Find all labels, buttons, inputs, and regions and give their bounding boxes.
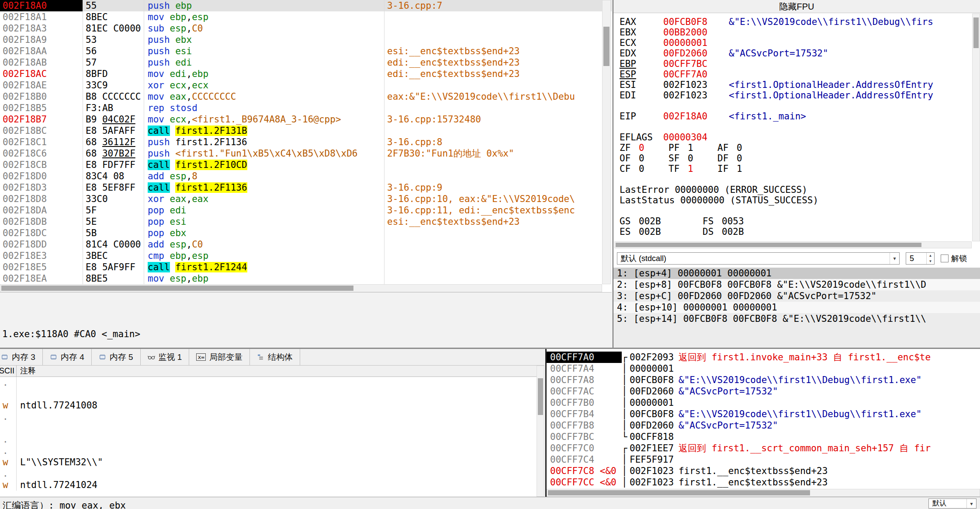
registers-horizontal-scrollbar[interactable]: [614, 241, 972, 248]
disasm-row[interactable]: 002F18AA56push esiesi:__enc$textbss$end+…: [0, 45, 612, 57]
segments-line[interactable]: ES002BDS002B: [620, 227, 970, 237]
argument-row[interactable]: 4: [esp+10] 00000001 00000001: [613, 302, 980, 313]
flag-item[interactable]: SF0: [668, 153, 717, 164]
scrollbar-thumb[interactable]: [1, 286, 353, 291]
tab-memory-4[interactable]: 内存 4: [43, 349, 92, 365]
disasm-vertical-scrollbar[interactable]: [602, 0, 611, 284]
scrollbar-thumb[interactable]: [538, 378, 543, 415]
register-line[interactable]: ECX00000001: [620, 38, 970, 48]
stack-row[interactable]: 00CFF7BC└00CFF818: [547, 431, 980, 443]
segments-line[interactable]: GS002BFS0053: [620, 216, 970, 227]
register-line[interactable]: EBX00BB2000: [620, 27, 970, 38]
stepper-down-icon[interactable]: ▼: [927, 258, 934, 264]
tab-memory-5[interactable]: 内存 5: [92, 349, 141, 365]
register-line[interactable]: EIP002F18A0<first1._main>: [620, 111, 970, 122]
register-line[interactable]: EDI002F1023<first1.OptionalHeader.Addres…: [620, 90, 970, 101]
chevron-down-icon[interactable]: ▾: [966, 499, 976, 508]
segment-item[interactable]: GS002B: [620, 216, 703, 227]
stepper-up-icon[interactable]: ▲: [927, 253, 934, 258]
register-line[interactable]: ESI002F1023<first1.OptionalHeader.Addres…: [620, 80, 970, 90]
stack-row[interactable]: 00CFF7A4│00000001: [547, 363, 980, 374]
disasm-row[interactable]: 002F18B0B8 CCCCCCCmov eax,CCCCCCCCeax:&"…: [0, 91, 612, 102]
dump-row[interactable]: wntdll.77241024: [0, 479, 544, 491]
flags-line[interactable]: CF0TF1IF1: [620, 164, 970, 174]
stack-row[interactable]: 00CFF7A0┌002F2093返回到 first1.invoke_main+…: [547, 352, 980, 363]
flags-line[interactable]: OF0SF0DF0: [620, 153, 970, 164]
argument-row[interactable]: 5: [esp+14] 00FCB0F8 00FCB0F8 &"E:\\VS20…: [613, 313, 980, 324]
register-line[interactable]: ESP00CFF7A0: [620, 69, 970, 80]
disasm-row[interactable]: 002F18E33BECcmp ebp,esp: [0, 250, 612, 261]
dump-row[interactable]: .: [0, 468, 544, 479]
tab-locals[interactable]: x=局部变量: [189, 349, 250, 365]
stack-row[interactable]: 00CFF7C0┌002F1EE7返回到 first1.__scrt_commo…: [547, 443, 980, 454]
dump-row[interactable]: wL"\\SYSTEM32\\": [0, 457, 544, 468]
disasm-row[interactable]: 002F18A055push ebp3-16.cpp:7: [0, 0, 612, 11]
dump-vertical-scrollbar[interactable]: [537, 366, 544, 497]
disasm-row[interactable]: 002F18CBE8 FDF7FFcall first1.2F10CD: [0, 159, 612, 171]
disasm-horizontal-scrollbar[interactable]: [0, 284, 602, 292]
flag-item[interactable]: IF1: [717, 164, 766, 174]
register-line[interactable]: EAX00FCB0F8&"E:\\VS2019code\\first1\\Deb…: [620, 17, 970, 27]
stack-row[interactable]: 00CFF7B4│00FCB0F8&"E:\\VS2019code\\first…: [547, 408, 980, 420]
disasm-row[interactable]: 002F18BCE8 5AFAFFcall first1.2F131B: [0, 125, 612, 136]
disasm-row[interactable]: 002F18DB5Epop esiesi:__enc$textbss$end+2…: [0, 216, 612, 227]
stack-row[interactable]: 00CFF7C4│FEF5F917: [547, 454, 980, 465]
flags-line[interactable]: ZF0PF1AF0: [620, 143, 970, 153]
flag-item[interactable]: OF0: [620, 153, 668, 164]
disasm-row[interactable]: 002F18D083C4 08add esp,8: [0, 171, 612, 182]
disasm-row[interactable]: 002F18C668 307B2Fpush <first1."Fun1\xB5\…: [0, 148, 612, 159]
disasm-row[interactable]: 002F18C168 36112Fpush first1.2F11363-16.…: [0, 136, 612, 148]
dump-row[interactable]: .: [0, 434, 544, 445]
flag-item[interactable]: ZF0: [620, 143, 668, 153]
disasm-row[interactable]: 002F18D3E8 5EF8FFcall first1.2F11363-16.…: [0, 182, 612, 193]
calling-convention-select[interactable]: 默认 (stdcall) ▾: [617, 252, 900, 265]
stack-row[interactable]: 00CFF7B0│00000001: [547, 397, 980, 408]
dump-row[interactable]: [0, 422, 544, 434]
stack-row[interactable]: 00CFF7CC <&0│002F1023first1.__enc$textbs…: [547, 477, 980, 488]
flag-item[interactable]: AF0: [717, 143, 766, 153]
disasm-row[interactable]: 002F18B5F3:ABrep stosd: [0, 102, 612, 114]
scrollbar-thumb[interactable]: [973, 17, 979, 48]
argument-row[interactable]: 2: [esp+8] 00FCB0F8 00FCB0F8 &"E:\\VS201…: [613, 279, 980, 290]
disasm-row[interactable]: 002F18DA5Fpop edi3-16.cpp:11, edi:__enc$…: [0, 205, 612, 216]
disasm-row[interactable]: 002F18E5E8 5AF9FFcall first1.2F1244: [0, 261, 612, 273]
disasm-row[interactable]: 002F18D833C0xor eax,eax3-16.cpp:10, eax:…: [0, 193, 612, 205]
flag-item[interactable]: DF0: [717, 153, 766, 164]
dump-row[interactable]: .: [0, 445, 544, 457]
hide-fpu-button[interactable]: 隐藏FPU: [613, 0, 980, 13]
register-status-line[interactable]: LastStatus 00000000 (STATUS_SUCCESS): [620, 195, 970, 206]
tab-memory-3[interactable]: 内存 3: [0, 349, 43, 365]
status-default-select[interactable]: 默认 ▾: [928, 499, 977, 509]
disasm-row[interactable]: 002F18A381EC C0000sub esp,C0: [0, 23, 612, 34]
disasm-row[interactable]: 002F18B7B9 04C02Fmov ecx,<first1._B9674A…: [0, 114, 612, 125]
disasm-row[interactable]: 002F18AC8BFDmov edi,ebpedi:__enc$textbss…: [0, 68, 612, 80]
stack-row[interactable]: 00CFF7C8 <&0│002F1023first1.__enc$textbs…: [547, 465, 980, 477]
register-line[interactable]: EDX00FD2060&"ACSvcPort=17532": [620, 48, 970, 59]
segment-item[interactable]: ES002B: [620, 227, 703, 237]
scrollbar-thumb[interactable]: [616, 243, 921, 247]
segment-item[interactable]: FS0053: [703, 216, 786, 227]
register-line[interactable]: EFLAGS00000304: [620, 132, 970, 143]
scrollbar-thumb[interactable]: [603, 27, 609, 66]
scrollbar-thumb[interactable]: [548, 490, 810, 495]
flag-item[interactable]: PF1: [668, 143, 717, 153]
disasm-row[interactable]: 002F18A953push ebx: [0, 34, 612, 45]
registers-vertical-scrollbar[interactable]: [972, 14, 980, 241]
flag-item[interactable]: CF0: [620, 164, 668, 174]
dump-row[interactable]: [0, 388, 544, 400]
stack-row[interactable]: 00CFF7B8│00FD2060&"ACSvcPort=17532": [547, 420, 980, 431]
chevron-down-icon[interactable]: ▾: [890, 253, 899, 264]
disasm-row[interactable]: 002F18AB57push ediedi:__enc$textbss$end+…: [0, 57, 612, 68]
disasm-row[interactable]: 002F18AE33C9xor ecx,ecx: [0, 80, 612, 91]
tab-struct[interactable]: 结构体: [250, 349, 300, 365]
argument-row[interactable]: 1: [esp+4] 00000001 00000001: [613, 268, 980, 279]
segment-item[interactable]: DS002B: [703, 227, 786, 237]
disasm-row[interactable]: 002F18DC5Bpop ebx: [0, 227, 612, 239]
unlock-checkbox[interactable]: 解锁: [941, 253, 967, 264]
dump-row[interactable]: .: [0, 377, 544, 388]
disasm-row[interactable]: 002F18A18BECmov ebp,esp: [0, 11, 612, 23]
register-line[interactable]: EBP00CFF7BC: [620, 59, 970, 69]
dump-row[interactable]: wntdll.77241008: [0, 400, 544, 411]
argument-row[interactable]: 3: [esp+C] 00FD2060 00FD2060 &"ACSvcPort…: [613, 290, 980, 302]
register-status-line[interactable]: LastError 00000000 (ERROR_SUCCESS): [620, 185, 970, 195]
